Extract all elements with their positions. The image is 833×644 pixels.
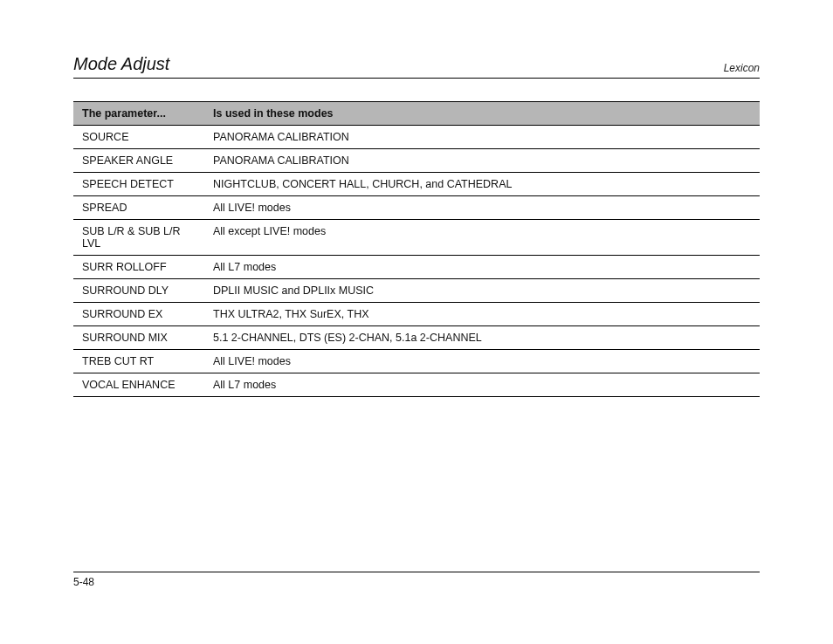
- cell-parameter: SPEECH DETECT: [73, 173, 204, 196]
- cell-modes: All except LIVE! modes: [204, 220, 760, 256]
- cell-modes: DPLII MUSIC and DPLIIx MUSIC: [204, 279, 760, 303]
- cell-modes: NIGHTCLUB, CONCERT HALL, CHURCH, and CAT…: [204, 173, 760, 196]
- table-body: SOURCE PANORAMA CALIBRATION SPEAKER ANGL…: [73, 126, 760, 397]
- parameter-table: The parameter... Is used in these modes …: [73, 101, 760, 397]
- cell-modes: All L7 modes: [204, 256, 760, 279]
- table-header-row: The parameter... Is used in these modes: [73, 102, 760, 126]
- page: Mode Adjust Lexicon The parameter... Is …: [0, 0, 833, 644]
- cell-parameter: SURROUND DLY: [73, 279, 204, 303]
- column-header-modes: Is used in these modes: [204, 102, 760, 126]
- page-number: 5-48: [73, 576, 94, 588]
- table-row: SURROUND MIX 5.1 2-CHANNEL, DTS (ES) 2-C…: [73, 326, 760, 350]
- table-row: SUB L/R & SUB L/R LVL All except LIVE! m…: [73, 220, 760, 256]
- brand-label: Lexicon: [724, 62, 760, 74]
- cell-parameter: VOCAL ENHANCE: [73, 373, 204, 397]
- table-row: TREB CUT RT All LIVE! modes: [73, 350, 760, 373]
- table-row: SOURCE PANORAMA CALIBRATION: [73, 126, 760, 149]
- cell-modes: All LIVE! modes: [204, 196, 760, 220]
- page-footer: 5-48: [73, 572, 760, 588]
- cell-parameter: SURR ROLLOFF: [73, 256, 204, 279]
- cell-parameter: SOURCE: [73, 126, 204, 149]
- table-row: SURROUND EX THX ULTRA2, THX SurEX, THX: [73, 303, 760, 326]
- table-row: SURROUND DLY DPLII MUSIC and DPLIIx MUSI…: [73, 279, 760, 303]
- table-row: SURR ROLLOFF All L7 modes: [73, 256, 760, 279]
- table-row: SPEECH DETECT NIGHTCLUB, CONCERT HALL, C…: [73, 173, 760, 196]
- cell-modes: THX ULTRA2, THX SurEX, THX: [204, 303, 760, 326]
- cell-parameter: SURROUND EX: [73, 303, 204, 326]
- cell-modes: 5.1 2-CHANNEL, DTS (ES) 2-CHAN, 5.1a 2-C…: [204, 326, 760, 350]
- cell-parameter: SUB L/R & SUB L/R LVL: [73, 220, 204, 256]
- table-row: SPEAKER ANGLE PANORAMA CALIBRATION: [73, 149, 760, 173]
- cell-modes: PANORAMA CALIBRATION: [204, 149, 760, 173]
- cell-parameter: SURROUND MIX: [73, 326, 204, 350]
- page-header: Mode Adjust Lexicon: [73, 54, 760, 79]
- table-row: VOCAL ENHANCE All L7 modes: [73, 373, 760, 397]
- cell-modes: All L7 modes: [204, 373, 760, 397]
- cell-parameter: TREB CUT RT: [73, 350, 204, 373]
- table-row: SPREAD All LIVE! modes: [73, 196, 760, 220]
- cell-parameter: SPEAKER ANGLE: [73, 149, 204, 173]
- cell-modes: All LIVE! modes: [204, 350, 760, 373]
- column-header-parameter: The parameter...: [73, 102, 204, 126]
- cell-parameter: SPREAD: [73, 196, 204, 220]
- cell-modes: PANORAMA CALIBRATION: [204, 126, 760, 149]
- parameter-table-container: The parameter... Is used in these modes …: [73, 101, 760, 397]
- page-title: Mode Adjust: [73, 54, 169, 74]
